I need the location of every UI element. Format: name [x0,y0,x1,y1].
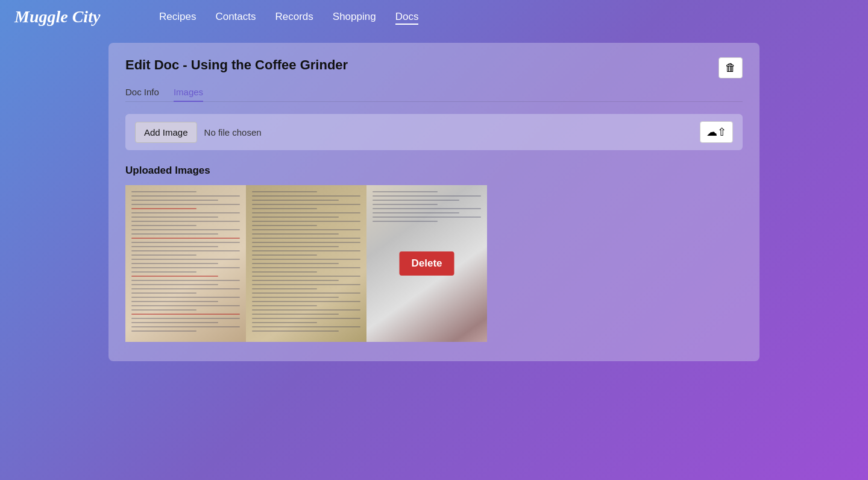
nav-item-contacts[interactable]: Contacts [215,11,256,23]
line [131,326,240,327]
nav-links: Recipes Contacts Records Shopping Docs [159,11,418,23]
line [252,208,317,209]
line [252,267,360,268]
image-item-3: Delete [366,185,487,342]
page-header: Edit Doc - Using the Coffee Grinder 🗑 [125,57,743,78]
image-delete-overlay-3: Delete [399,251,454,276]
line [252,204,360,205]
line [131,233,218,235]
line [252,242,360,243]
main-content: Edit Doc - Using the Coffee Grinder 🗑 Do… [108,43,760,361]
nav-item-shopping[interactable]: Shopping [333,11,376,23]
delete-image-button-3[interactable]: Delete [399,251,454,276]
line [373,191,438,192]
line [252,216,339,218]
uploaded-images-title: Uploaded Images [125,165,743,177]
line [252,191,317,192]
line [373,212,459,213]
line [373,200,459,201]
line [252,254,317,256]
line [252,221,360,222]
navbar: Muggle City Recipes Contacts Records Sho… [0,0,868,33]
line [373,208,481,209]
line [131,280,240,281]
line [252,195,360,197]
line [252,233,339,235]
line [131,204,240,205]
line [131,216,218,218]
line [131,305,240,306]
line [131,309,197,311]
line [373,216,481,218]
nav-item-recipes[interactable]: Recipes [159,11,196,23]
upload-button[interactable]: ☁︎⇧ [700,121,733,143]
line [252,225,317,226]
line [131,318,240,319]
line [131,322,218,323]
nav-link-docs[interactable]: Docs [395,11,419,25]
line [252,229,360,230]
line [252,318,360,319]
image-lines-1 [131,191,240,336]
line [252,259,360,260]
page-title: Edit Doc - Using the Coffee Grinder [125,57,348,73]
line [131,292,197,294]
line [373,195,481,197]
app-logo[interactable]: Muggle City [14,7,135,27]
line [252,263,339,264]
uploaded-images-section: Uploaded Images [125,165,743,342]
nav-link-shopping[interactable]: Shopping [333,11,376,22]
upload-cloud-icon: ☁︎⇧ [706,126,726,138]
line [252,297,339,298]
image-lines-2 [252,191,360,336]
line [252,292,360,294]
line [252,326,360,327]
line [252,238,360,239]
tab-images[interactable]: Images [174,83,203,102]
line [252,250,360,251]
image-thumbnail-1 [125,185,246,342]
add-image-button[interactable]: Add Image [135,122,197,143]
image-item-2 [246,185,366,342]
line [252,330,339,332]
line [252,309,360,311]
line [131,246,218,247]
line [131,200,218,201]
line [131,330,197,332]
line [131,191,197,192]
line [131,271,197,273]
line [131,288,240,289]
line [252,271,317,273]
line [131,195,240,197]
line [131,314,240,315]
nav-link-recipes[interactable]: Recipes [159,11,196,22]
line [252,200,339,201]
line [131,284,218,285]
nav-item-records[interactable]: Records [275,11,313,23]
nav-link-records[interactable]: Records [275,11,313,22]
line [252,280,339,281]
line [131,238,240,239]
tabs: Doc Info Images [125,83,743,102]
line [131,297,240,298]
delete-doc-button[interactable]: 🗑 [719,57,743,78]
line [252,212,360,213]
line [252,288,317,289]
trash-icon: 🗑 [725,62,736,74]
line [131,242,240,243]
image-thumbnail-2 [246,185,366,342]
file-chosen-label: No file chosen [204,127,262,137]
tab-doc-info[interactable]: Doc Info [125,83,159,102]
line [131,229,240,230]
line [252,301,360,302]
line [252,305,317,306]
line [252,284,360,285]
line [131,263,218,264]
line [131,259,240,260]
line [131,208,197,209]
line [252,314,339,315]
upload-left: Add Image No file chosen [135,122,262,143]
nav-link-contacts[interactable]: Contacts [215,11,256,22]
line [131,250,240,251]
nav-item-docs[interactable]: Docs [395,11,419,23]
